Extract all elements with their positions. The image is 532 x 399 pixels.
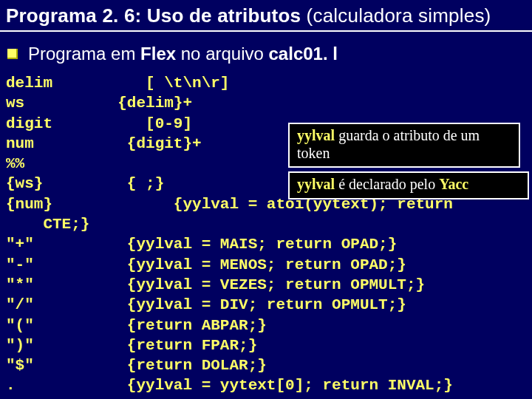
- annotation2-text: é declarado pelo: [335, 176, 439, 192]
- title-strong: Programa 2. 6: Uso de atributos: [6, 4, 301, 27]
- annotation-yylval-attribute: yylval guarda o atributo de um token: [288, 123, 520, 168]
- annotation2-yacc: Yacc: [439, 176, 468, 192]
- annotation-yylval-yacc: yylval é declarado pelo Yacc: [288, 171, 529, 200]
- code-block: delim [ \t\n\r] ws {delim}+ digit [0-9] …: [0, 72, 532, 396]
- bullet-icon: [7, 49, 18, 59]
- subtitle-filename: calc01. l: [269, 44, 338, 64]
- subtitle-text: Programa em Flex no arquivo calc01. l: [28, 44, 338, 64]
- subtitle-row: Programa em Flex no arquivo calc01. l: [0, 32, 532, 72]
- title-rest: (calculadora simples): [301, 4, 491, 27]
- slide-title: Programa 2. 6: Uso de atributos (calcula…: [0, 0, 532, 32]
- annotation1-keyword: yylval: [297, 127, 335, 143]
- subtitle-part1: Programa em: [28, 44, 140, 64]
- annotation2-keyword: yylval: [297, 176, 335, 192]
- subtitle-flex: Flex: [140, 44, 176, 64]
- subtitle-part3: no arquivo: [176, 44, 268, 64]
